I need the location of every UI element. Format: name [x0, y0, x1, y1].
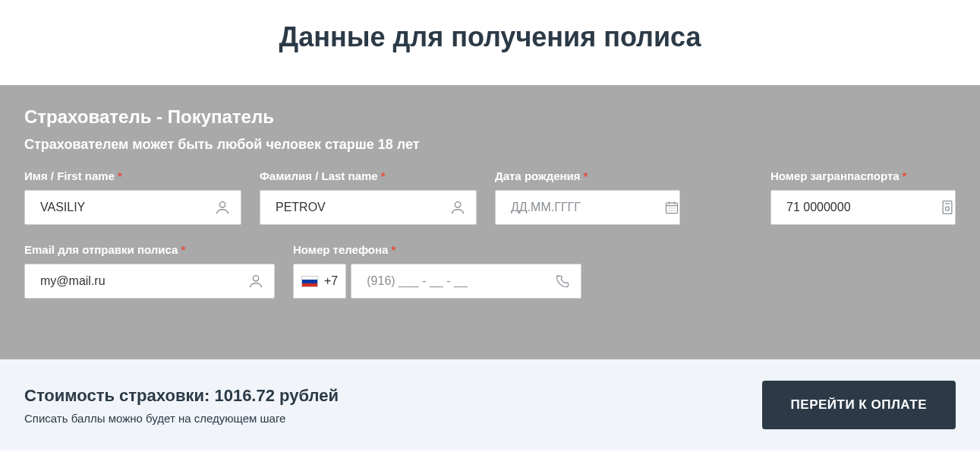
passport-input-wrap[interactable]: [770, 190, 956, 225]
svg-point-0: [219, 202, 225, 207]
email-label: Email для отправки полиса*: [24, 243, 275, 256]
email-input[interactable]: [40, 264, 247, 298]
svg-rect-3: [943, 201, 952, 214]
person-icon: [247, 272, 265, 290]
insurer-form-section: Страхователь - Покупатель Страхователем …: [0, 85, 980, 359]
last-name-input[interactable]: [276, 191, 449, 224]
birth-date-input[interactable]: [511, 191, 663, 224]
last-name-input-wrap[interactable]: [260, 190, 477, 225]
form-row-1: Имя / First name* Фамилия / Last name*: [24, 169, 956, 225]
email-field-group: Email для отправки полиса*: [24, 243, 275, 299]
phone-input-group: +7: [293, 264, 581, 299]
proceed-to-payment-button[interactable]: ПЕРЕЙТИ К ОПЛАТЕ: [762, 381, 956, 429]
required-asterisk: *: [584, 169, 588, 182]
first-name-label-text: Имя / First name: [24, 169, 115, 182]
last-name-field-group: Фамилия / Last name*: [260, 169, 477, 225]
price-block: Стоимость страховки: 1016.72 рублей Спис…: [24, 386, 339, 425]
price-value: 1016.72: [214, 386, 275, 405]
phone-label-text: Номер телефона: [293, 243, 388, 256]
phone-icon: [553, 272, 572, 290]
footer-bar: Стоимость страховки: 1016.72 рублей Спис…: [0, 359, 980, 451]
price-suffix: рублей: [275, 386, 339, 405]
svg-point-4: [946, 207, 950, 210]
form-row-2: Email для отправки полиса* Номер телефон…: [24, 243, 956, 299]
price-prefix: Стоимость страховки:: [24, 386, 214, 405]
section-title: Страхователь - Покупатель: [24, 106, 956, 128]
svg-point-5: [253, 276, 258, 281]
birth-date-label-text: Дата рождения: [495, 169, 581, 182]
phone-country-prefix[interactable]: +7: [293, 264, 346, 299]
passport-input[interactable]: [786, 191, 938, 224]
passport-icon: [938, 198, 956, 217]
required-asterisk: *: [391, 243, 395, 256]
first-name-input[interactable]: [40, 191, 213, 224]
last-name-label-text: Фамилия / Last name: [260, 169, 378, 182]
first-name-field-group: Имя / First name*: [24, 169, 241, 225]
required-asterisk: *: [118, 169, 122, 182]
passport-label: Номер загранпаспорта*: [770, 169, 956, 182]
required-asterisk: *: [181, 243, 185, 256]
required-asterisk: *: [381, 169, 386, 182]
price-line: Стоимость страховки: 1016.72 рублей: [24, 386, 339, 406]
section-subtitle: Страхователем может быть любой человек с…: [24, 137, 956, 153]
birth-date-input-wrap[interactable]: [495, 190, 680, 225]
phone-prefix-text: +7: [324, 274, 338, 288]
person-icon: [449, 198, 467, 217]
first-name-label: Имя / First name*: [24, 169, 241, 182]
phone-input[interactable]: [367, 264, 553, 298]
first-name-input-wrap[interactable]: [24, 190, 241, 225]
calendar-icon: [663, 198, 681, 217]
svg-point-1: [455, 202, 460, 207]
required-asterisk: *: [903, 169, 907, 182]
phone-field-group: Номер телефона* +7: [293, 243, 581, 299]
email-label-text: Email для отправки полиса: [24, 243, 178, 256]
person-icon: [213, 198, 232, 217]
email-input-wrap[interactable]: [24, 264, 275, 299]
phone-label: Номер телефона*: [293, 243, 581, 256]
passport-field-group: Номер загранпаспорта*: [770, 169, 956, 225]
points-note: Списать баллы можно будет на следующем ш…: [24, 412, 339, 425]
birth-date-label: Дата рождения*: [495, 169, 680, 182]
last-name-label: Фамилия / Last name*: [260, 169, 477, 182]
phone-input-wrap[interactable]: [351, 264, 581, 299]
birth-date-field-group: Дата рождения*: [495, 169, 680, 225]
flag-ru-icon: [301, 276, 318, 287]
page-title: Данные для получения полиса: [0, 0, 980, 85]
passport-label-text: Номер загранпаспорта: [770, 169, 900, 182]
